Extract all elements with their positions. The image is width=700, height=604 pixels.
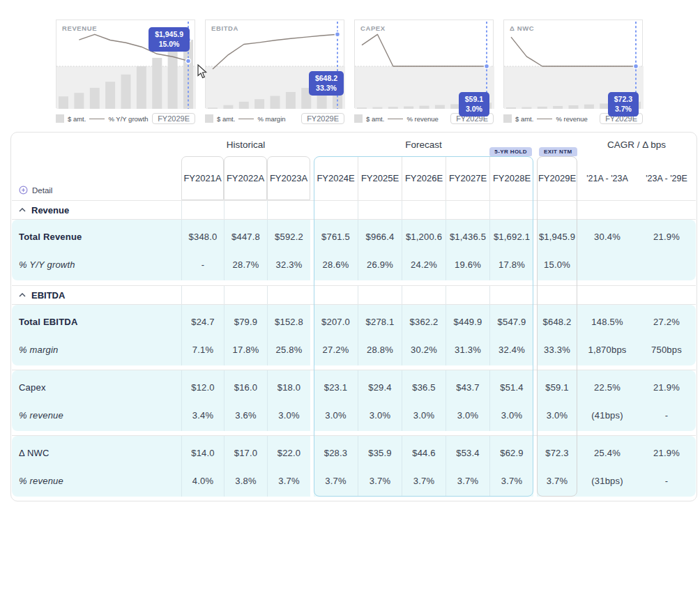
table-cell: $761.528.6% bbox=[314, 220, 358, 280]
cell-value-secondary: % Y/Y growth bbox=[19, 259, 181, 270]
cell-value-primary: Total EBITDA bbox=[19, 317, 181, 327]
table-cell: $1,945.915.0% bbox=[537, 220, 577, 280]
cell-value-primary: $966.4 bbox=[358, 232, 402, 242]
table-group-header-row: Historical Forecast 5-YR HOLD EXIT NTM C… bbox=[12, 133, 696, 156]
cell-value-secondary: 3.0% bbox=[358, 410, 402, 421]
chart-year-selector[interactable]: FY2029E bbox=[301, 113, 344, 124]
cell-value-secondary: 28.8% bbox=[358, 345, 402, 355]
metric-block-total-ebitda: Total EBITDA% margin$24.77.1%$79.917.8%$… bbox=[12, 305, 696, 365]
cell-value-primary: 22.5% bbox=[577, 382, 637, 393]
cell-value-primary: $59.1 bbox=[537, 382, 577, 393]
section-row-revenue: Revenue bbox=[12, 201, 696, 219]
bar-swatch-icon bbox=[205, 114, 213, 123]
cell-value-secondary: 3.0% bbox=[402, 410, 446, 421]
section-cell bbox=[314, 286, 358, 304]
cell-value-primary: 21.9% bbox=[637, 382, 696, 393]
mouse-cursor bbox=[197, 64, 208, 79]
table-column-header-row: Detail FY2021AFY2022AFY2023AFY2024EFY202… bbox=[12, 156, 696, 200]
column-header-cagr-1: '21A - '23A bbox=[577, 156, 637, 200]
chart-tooltip: $648.233.3% bbox=[309, 71, 344, 96]
chart-year-selector[interactable]: FY2029E bbox=[152, 113, 195, 124]
cell-value-secondary: - bbox=[637, 410, 696, 421]
cell-value-primary: $72.3 bbox=[537, 448, 577, 458]
legend-bar-label: $ amt. bbox=[68, 115, 86, 123]
group-header-forecast: Forecast 5-YR HOLD bbox=[314, 133, 533, 156]
charts-row: REVENUE $1,945.915.0% $ amt. % Y/Y growt… bbox=[56, 20, 700, 126]
table-cell: $966.426.9% bbox=[358, 220, 402, 280]
column-header-fy2029e: FY2029E bbox=[537, 156, 577, 200]
section-cell bbox=[358, 286, 402, 304]
cell-value-secondary: 27.2% bbox=[314, 345, 358, 355]
section-cell bbox=[402, 201, 446, 219]
metric-label-cell: Total Revenue% Y/Y growth bbox=[12, 220, 181, 280]
table-cell: $29.43.0% bbox=[358, 370, 402, 431]
cell-value-secondary: 17.8% bbox=[490, 259, 533, 270]
section-row-ebitda: EBITDA bbox=[12, 286, 696, 304]
column-header-cagr-2: '23A - '29E bbox=[637, 156, 696, 200]
chart-revenue: REVENUE $1,945.915.0% $ amt. % Y/Y growt… bbox=[56, 20, 195, 126]
cell-value-primary: $449.9 bbox=[446, 317, 489, 327]
table-cell: 30.4% bbox=[577, 220, 637, 280]
cell-value-primary: 148.5% bbox=[577, 317, 637, 327]
section-cell bbox=[446, 286, 489, 304]
section-title: EBITDA bbox=[31, 290, 65, 301]
section-cell bbox=[224, 286, 267, 304]
cell-value-secondary: - bbox=[637, 476, 696, 486]
cagr-label: CAGR / Δ bps bbox=[607, 139, 666, 150]
cell-value-primary: $23.1 bbox=[314, 382, 358, 393]
table-cell: $36.53.0% bbox=[402, 370, 446, 431]
cell-value-secondary: 3.7% bbox=[268, 476, 310, 486]
badge-exit-ntm: EXIT NTM bbox=[539, 147, 577, 156]
cell-value-primary: $592.2 bbox=[268, 232, 310, 242]
cell-value-primary: $79.9 bbox=[225, 317, 267, 327]
table-cell: $648.233.3% bbox=[537, 305, 577, 365]
section-cell bbox=[181, 201, 224, 219]
cell-value-primary: $1,200.6 bbox=[402, 232, 446, 242]
legend-line-label: % revenue bbox=[406, 115, 438, 123]
cell-value-primary: $43.7 bbox=[446, 382, 489, 393]
cell-value-secondary: 750bps bbox=[637, 345, 696, 355]
cell-value-primary: $1,945.9 bbox=[537, 232, 577, 242]
cell-value-primary: $1,436.5 bbox=[446, 232, 489, 242]
cell-value-secondary: 30.2% bbox=[402, 345, 446, 355]
cell-value-secondary: 3.7% bbox=[537, 476, 577, 486]
cell-value-primary: 21.9% bbox=[637, 232, 696, 242]
cell-value-secondary: 15.0% bbox=[537, 259, 577, 270]
table-cell: $59.13.0% bbox=[537, 370, 577, 431]
cell-value-secondary: 31.3% bbox=[446, 345, 489, 355]
cell-value-primary: $35.9 bbox=[358, 448, 402, 458]
section-cell bbox=[181, 286, 224, 304]
legend-line-label: % revenue bbox=[556, 115, 587, 123]
table-cell: $44.63.7% bbox=[402, 436, 446, 497]
table-cell: $24.77.1% bbox=[181, 305, 224, 365]
chart-tooltip: $1,945.915.0% bbox=[149, 27, 190, 52]
cell-value-secondary: 28.7% bbox=[225, 259, 267, 270]
cell-value-secondary: - bbox=[182, 259, 224, 270]
cell-value-primary: 25.4% bbox=[577, 448, 637, 458]
line-swatch-icon bbox=[238, 119, 254, 119]
cell-value-primary: $547.9 bbox=[490, 317, 533, 327]
detail-toggle[interactable]: Detail bbox=[19, 186, 52, 195]
table-cell: $1,692.117.8% bbox=[489, 220, 533, 280]
section-toggle[interactable]: Revenue bbox=[12, 205, 181, 216]
chart-capex: CAPEX $59.13.0% $ amt. % revenue FY2029E bbox=[354, 20, 494, 126]
column-header-fy2027e: FY2027E bbox=[446, 156, 489, 200]
cell-value-primary: $29.4 bbox=[358, 382, 402, 393]
cell-value-secondary: 3.0% bbox=[537, 410, 577, 421]
cell-value-primary: 30.4% bbox=[577, 232, 637, 242]
cell-value-secondary: 26.9% bbox=[358, 259, 402, 270]
chart-panel: Δ NWC $72.33.7% bbox=[503, 20, 643, 108]
cell-value-secondary: % revenue bbox=[19, 476, 181, 486]
cell-value-secondary: 24.2% bbox=[402, 259, 446, 270]
table-cell: $449.931.3% bbox=[446, 305, 489, 365]
block-spacer bbox=[12, 280, 696, 285]
cell-value-primary: $207.0 bbox=[314, 317, 358, 327]
chart-title: EBITDA bbox=[211, 24, 238, 32]
chart-legend: $ amt. % margin FY2029E bbox=[205, 112, 344, 126]
bar-swatch-icon bbox=[354, 114, 363, 123]
table-cell: $62.93.7% bbox=[489, 436, 533, 497]
table-cell: 21.9%- bbox=[637, 436, 696, 497]
cell-value-primary: $278.1 bbox=[358, 317, 402, 327]
section-toggle[interactable]: EBITDA bbox=[12, 290, 181, 301]
table-cell: $28.33.7% bbox=[314, 436, 358, 497]
